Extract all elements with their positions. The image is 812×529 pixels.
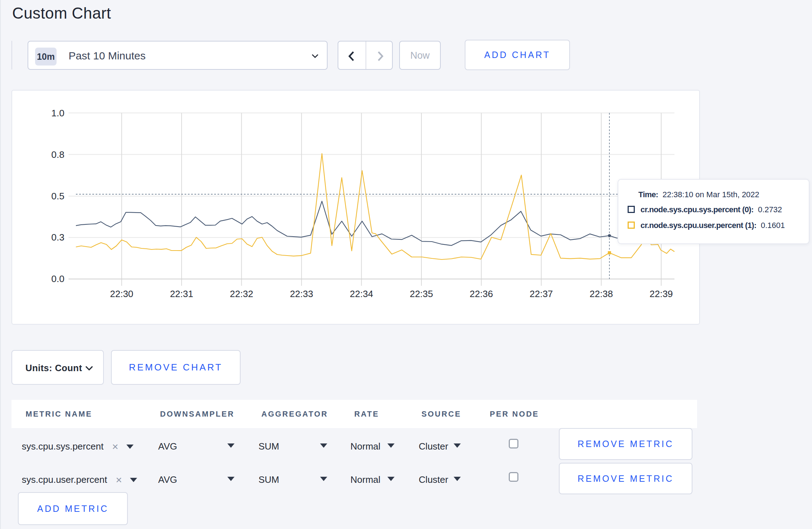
- svg-text:0.5: 0.5: [51, 191, 64, 202]
- svg-text:22:39: 22:39: [649, 288, 673, 299]
- svg-text:0.8: 0.8: [51, 149, 64, 160]
- svg-text:22:32: 22:32: [230, 288, 253, 299]
- svg-text:22:35: 22:35: [410, 288, 433, 299]
- svg-text:22:38: 22:38: [590, 288, 613, 299]
- svg-text:0.0: 0.0: [51, 273, 64, 284]
- svg-text:22:37: 22:37: [530, 288, 553, 299]
- svg-text:22:31: 22:31: [170, 288, 193, 299]
- svg-text:0.3: 0.3: [51, 232, 64, 243]
- svg-text:1.0: 1.0: [51, 108, 64, 118]
- svg-text:22:30: 22:30: [110, 288, 133, 299]
- svg-text:22:33: 22:33: [290, 288, 313, 299]
- svg-text:22:34: 22:34: [350, 288, 373, 299]
- svg-text:22:36: 22:36: [470, 288, 493, 299]
